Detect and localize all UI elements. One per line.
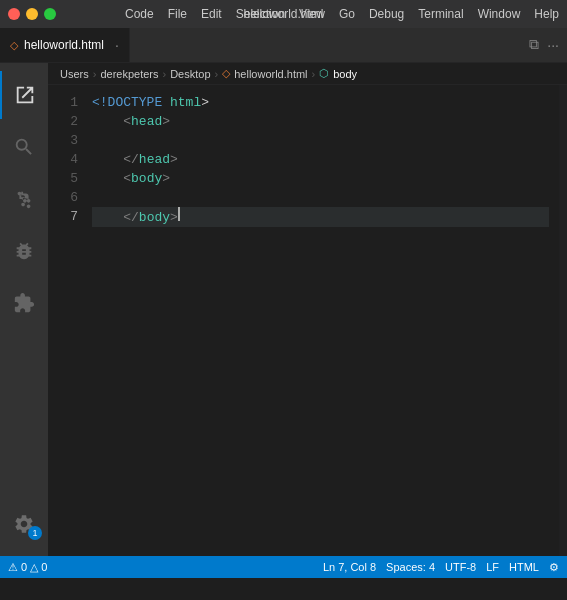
status-position[interactable]: Ln 7, Col 8 bbox=[323, 561, 376, 573]
tab-bar: ◇ helloworld.html · ⧉ ··· bbox=[0, 28, 567, 63]
menu-debug[interactable]: Debug bbox=[369, 7, 404, 21]
maximize-button[interactable] bbox=[44, 8, 56, 20]
code-line-7: </body> bbox=[92, 207, 549, 227]
warning-count: 0 bbox=[41, 561, 47, 573]
warning-icon: △ bbox=[30, 561, 38, 574]
menu-edit[interactable]: Edit bbox=[201, 7, 222, 21]
minimize-button[interactable] bbox=[26, 8, 38, 20]
breadcrumb-file[interactable]: helloworld.html bbox=[234, 68, 307, 80]
more-actions-icon[interactable]: ··· bbox=[547, 37, 559, 53]
tab-bar-actions: ⧉ ··· bbox=[521, 27, 567, 62]
status-settings-icon[interactable]: ⚙ bbox=[549, 561, 559, 574]
settings-badge: 1 bbox=[28, 526, 42, 540]
status-right: Ln 7, Col 8 Spaces: 4 UTF-8 LF HTML ⚙ bbox=[323, 561, 559, 574]
tab-helloworld[interactable]: ◇ helloworld.html · bbox=[0, 27, 130, 62]
error-count: 0 bbox=[21, 561, 27, 573]
menu-go[interactable]: Go bbox=[339, 7, 355, 21]
breadcrumb-desktop[interactable]: Desktop bbox=[170, 68, 210, 80]
search-activity-icon[interactable] bbox=[0, 123, 48, 171]
menu-code[interactable]: Code bbox=[125, 7, 154, 21]
scrollbar[interactable] bbox=[549, 85, 559, 556]
source-control-activity-icon[interactable] bbox=[0, 175, 48, 223]
traffic-lights bbox=[8, 8, 56, 20]
tab-label: helloworld.html bbox=[24, 38, 104, 52]
code-line-6 bbox=[92, 188, 549, 207]
editor-area: Users › derekpeters › Desktop › ◇ hellow… bbox=[48, 63, 567, 556]
close-button[interactable] bbox=[8, 8, 20, 20]
code-content[interactable]: <!DOCTYPE html> <head> </head> <body> </… bbox=[88, 85, 549, 556]
code-editor[interactable]: 1 2 3 4 5 6 7 <!DOCTYPE html> <head> </h… bbox=[48, 85, 567, 556]
tab-file-icon: ◇ bbox=[10, 39, 18, 52]
minimap bbox=[559, 85, 567, 556]
explorer-icon[interactable] bbox=[0, 71, 48, 119]
status-language[interactable]: HTML bbox=[509, 561, 539, 573]
code-line-1: <!DOCTYPE html> bbox=[92, 93, 549, 112]
extensions-activity-icon[interactable] bbox=[0, 279, 48, 327]
breadcrumb: Users › derekpeters › Desktop › ◇ hellow… bbox=[48, 63, 567, 85]
code-line-2: <head> bbox=[92, 112, 549, 131]
debug-activity-icon[interactable] bbox=[0, 227, 48, 275]
status-line-ending[interactable]: LF bbox=[486, 561, 499, 573]
status-errors[interactable]: ⚠ 0 △ 0 bbox=[8, 561, 47, 574]
split-editor-icon[interactable]: ⧉ bbox=[529, 36, 539, 53]
status-bar: ⚠ 0 △ 0 Ln 7, Col 8 Spaces: 4 UTF-8 LF H… bbox=[0, 556, 567, 578]
text-cursor bbox=[178, 207, 180, 221]
menu-window[interactable]: Window bbox=[478, 7, 521, 21]
breadcrumb-body[interactable]: body bbox=[333, 68, 357, 80]
status-encoding[interactable]: UTF-8 bbox=[445, 561, 476, 573]
status-left: ⚠ 0 △ 0 bbox=[8, 561, 47, 574]
settings-activity-icon[interactable]: 1 bbox=[0, 500, 48, 548]
code-line-5: <body> bbox=[92, 169, 549, 188]
code-line-3 bbox=[92, 131, 549, 150]
code-line-4: </head> bbox=[92, 150, 549, 169]
title-bar: Code File Edit Selection View Go Debug T… bbox=[0, 0, 567, 28]
error-icon: ⚠ bbox=[8, 561, 18, 574]
activity-bar: 1 bbox=[0, 63, 48, 556]
breadcrumb-users[interactable]: Users bbox=[60, 68, 89, 80]
tab-close-button[interactable]: · bbox=[115, 37, 119, 53]
menu-bar: Code File Edit Selection View Go Debug T… bbox=[125, 7, 559, 21]
menu-help[interactable]: Help bbox=[534, 7, 559, 21]
breadcrumb-derekpeters[interactable]: derekpeters bbox=[100, 68, 158, 80]
line-numbers: 1 2 3 4 5 6 7 bbox=[48, 85, 88, 556]
status-spaces[interactable]: Spaces: 4 bbox=[386, 561, 435, 573]
window-title: helloworld.html bbox=[243, 7, 323, 21]
menu-terminal[interactable]: Terminal bbox=[418, 7, 463, 21]
main-layout: 1 Users › derekpeters › Desktop › ◇ hell… bbox=[0, 63, 567, 556]
menu-file[interactable]: File bbox=[168, 7, 187, 21]
